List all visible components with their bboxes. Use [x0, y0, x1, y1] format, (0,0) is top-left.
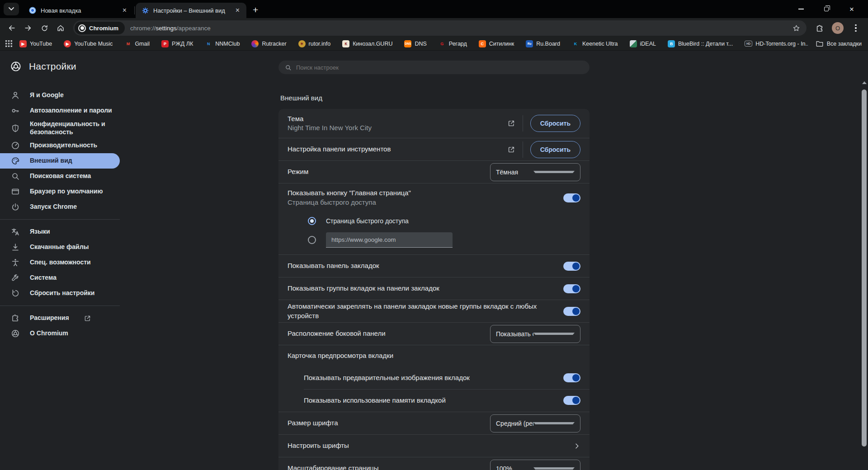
maximize-restore-button[interactable]: [814, 0, 839, 18]
radio-selected-icon[interactable]: [308, 217, 316, 225]
bookmarks-bar-toggle[interactable]: [563, 262, 580, 271]
minimize-button[interactable]: [788, 0, 814, 18]
tab-thumbnails-toggle[interactable]: [563, 373, 580, 382]
bookmark-item[interactable]: HDHD-Torrents.org - In...: [745, 41, 808, 47]
bookmark-item[interactable]: CСитилинк: [479, 40, 514, 47]
reset-theme-button[interactable]: Сбросить: [530, 115, 580, 132]
bookmark-favicon: Р: [161, 40, 169, 47]
reload-icon[interactable]: [37, 21, 52, 35]
wrench-icon: [11, 273, 20, 282]
bookmark-item[interactable]: ККинозал.GURU: [342, 40, 392, 47]
sidebar-item-wrench[interactable]: Система: [0, 270, 120, 286]
sidebar-item-key[interactable]: Автозаполнение и пароли: [0, 103, 120, 118]
row-label: Показывать кнопку "Главная страница": [288, 188, 554, 197]
sidebar-item-accessibility[interactable]: Спец. возможности: [0, 255, 120, 270]
sidebar-item-search[interactable]: Поисковая система: [0, 169, 120, 184]
bookmark-favicon: Ru: [526, 40, 533, 47]
search-icon: [11, 172, 20, 181]
bookmark-item[interactable]: Rutracker: [251, 40, 286, 47]
row-side-panel-position: Расположение боковой панели Показывать с…: [278, 322, 590, 345]
home-icon[interactable]: [53, 21, 68, 35]
back-icon[interactable]: [5, 21, 19, 35]
window-icon: [11, 187, 20, 196]
sidebar-item-power[interactable]: Запуск Chrome: [0, 199, 120, 215]
row-label: Показывать использование памяти вкладкой: [304, 396, 554, 405]
side-panel-select[interactable]: Показывать справа: [490, 325, 580, 343]
autopin-toggle[interactable]: [563, 307, 580, 316]
sidebar-item-chromium[interactable]: О Chromium: [0, 326, 120, 341]
mode-select[interactable]: Тёмная: [490, 163, 580, 181]
select-value: 100%: [496, 465, 533, 470]
settings-title: Настройки: [29, 61, 76, 72]
tab-groups-toggle[interactable]: [563, 284, 580, 293]
option-ntp[interactable]: Страница быстрого доступа: [308, 213, 580, 229]
menu-dots-icon[interactable]: [848, 20, 863, 36]
bookmark-label: iDEAL: [640, 41, 656, 47]
row-theme[interactable]: Тема Night Time In New York City Сбросит…: [278, 109, 590, 138]
font-size-select[interactable]: Средний (рекомендуется): [490, 414, 580, 432]
sidebar-item-person[interactable]: Я и Google: [0, 88, 120, 103]
bookmark-favicon: M: [124, 40, 132, 47]
scroll-up-arrow[interactable]: [862, 81, 867, 84]
row-toolbar-customization[interactable]: Настройка панели инструментов Сбросить: [278, 138, 590, 160]
scrollbar[interactable]: [862, 51, 867, 470]
sidebar-item-shield[interactable]: Конфиденциальность и безопасность: [0, 118, 120, 138]
bookmark-item[interactable]: KKeenetic Ultra: [572, 40, 618, 47]
profile-avatar[interactable]: О: [832, 22, 844, 34]
sidebar-item-palette[interactable]: Внешний вид: [0, 153, 120, 169]
download-icon: [11, 243, 20, 252]
power-icon: [11, 202, 20, 212]
tab-settings[interactable]: Настройки – Внешний вид ×: [136, 3, 246, 18]
radio-unselected-icon[interactable]: [308, 236, 316, 244]
row-show-bookmarks-bar: Показывать панель закладок: [278, 254, 590, 277]
tab-search-button[interactable]: [4, 3, 19, 15]
bookmark-item[interactable]: GРегард: [439, 40, 467, 47]
bookmark-item[interactable]: NNNMClub: [205, 40, 240, 47]
address-bar[interactable]: Chromium chrome://settings/appearance: [73, 20, 807, 36]
tab-close-icon[interactable]: ×: [120, 6, 129, 15]
bookmark-item[interactable]: BBlueBird :: Детали т...: [668, 40, 733, 47]
bookmark-item[interactable]: РРЖД ЛК: [161, 40, 193, 47]
new-tab-button[interactable]: +: [246, 5, 264, 15]
settings-search-input[interactable]: [296, 64, 583, 71]
close-button[interactable]: ×: [839, 0, 864, 18]
row-label: Настройка панели инструментов: [288, 145, 498, 154]
bookmark-item[interactable]: ▶YouTube Music: [64, 40, 113, 47]
bookmark-item[interactable]: DNSDNS: [404, 40, 426, 47]
sidebar-item-translate[interactable]: Языки: [0, 224, 120, 240]
site-chip[interactable]: Chromium: [75, 22, 125, 34]
bookmark-item[interactable]: RuRu.Board: [526, 40, 560, 47]
option-custom-url[interactable]: https://www.google.com: [308, 232, 580, 248]
reset-toolbar-button[interactable]: Сбросить: [530, 141, 580, 158]
extensions-puzzle-icon[interactable]: [812, 20, 827, 36]
apps-grid-icon[interactable]: [5, 40, 12, 47]
home-button-toggle[interactable]: [563, 193, 580, 202]
bookmark-item[interactable]: iDEAL: [630, 40, 656, 47]
sidebar-item-gauge[interactable]: Производительность: [0, 138, 120, 153]
tab-memory-toggle[interactable]: [563, 396, 580, 405]
external-link-icon: [507, 119, 515, 127]
bookmark-item[interactable]: MGmail: [124, 40, 150, 47]
scrollbar-thumb[interactable]: [862, 89, 867, 446]
sidebar-item-label: Производительность: [30, 141, 97, 150]
row-customize-fonts[interactable]: Настроить шрифты: [278, 434, 590, 457]
forward-icon[interactable]: [21, 21, 35, 35]
bookmark-star-icon[interactable]: [788, 24, 805, 32]
row-autopin-tab-groups: Автоматически закреплять на панели закла…: [278, 300, 590, 322]
home-url-input[interactable]: https://www.google.com: [326, 232, 453, 248]
sidebar-item-download[interactable]: Скачанные файлы: [0, 240, 120, 255]
sidebar-item-window[interactable]: Браузер по умолчанию: [0, 184, 120, 199]
settings-search[interactable]: [278, 61, 590, 74]
section-title: Внешний вид: [280, 94, 590, 102]
page-zoom-select[interactable]: 100%: [490, 460, 580, 470]
bookmark-item[interactable]: ▶YouTube: [19, 40, 52, 47]
select-value: Показывать справа: [496, 330, 533, 338]
tab-new-tab-page[interactable]: Новая вкладка ×: [23, 3, 133, 18]
tab-close-icon[interactable]: ×: [233, 6, 242, 15]
sidebar-item-puzzle[interactable]: Расширения: [0, 310, 120, 326]
bookmark-item[interactable]: ✶rutor.info: [298, 40, 331, 47]
sidebar-item-restore[interactable]: Сбросить настройки: [0, 286, 120, 301]
row-label: Режим: [288, 167, 481, 176]
all-bookmarks-button[interactable]: Все закладки: [816, 41, 862, 47]
chip-label: Chromium: [89, 25, 118, 32]
